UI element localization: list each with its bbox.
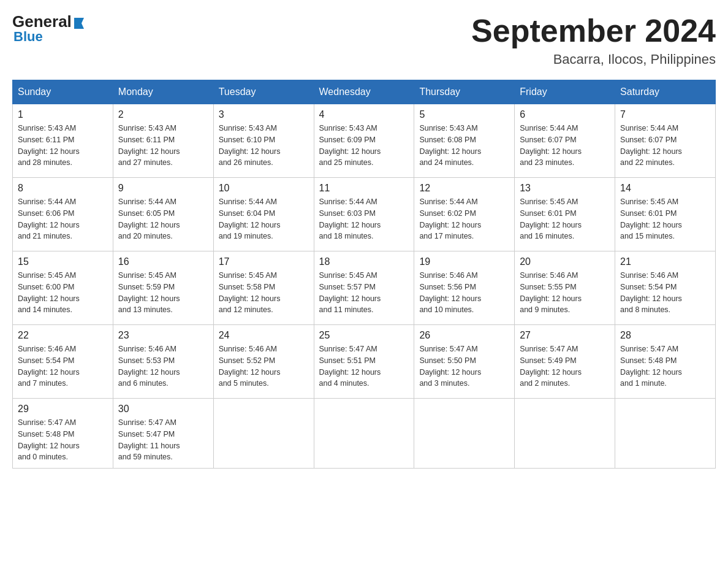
day-number: 16 [118, 256, 208, 267]
day-number: 7 [620, 109, 710, 120]
calendar-cell: 14Sunrise: 5:45 AM Sunset: 6:01 PM Dayli… [615, 178, 716, 251]
day-info: Sunrise: 5:47 AM Sunset: 5:47 PM Dayligh… [118, 417, 208, 463]
calendar-cell: 9Sunrise: 5:44 AM Sunset: 6:05 PM Daylig… [113, 178, 213, 251]
day-number: 12 [419, 183, 509, 194]
calendar-cell: 7Sunrise: 5:44 AM Sunset: 6:07 PM Daylig… [615, 104, 716, 178]
day-info: Sunrise: 5:44 AM Sunset: 6:06 PM Dayligh… [18, 196, 108, 242]
calendar-cell: 25Sunrise: 5:47 AM Sunset: 5:51 PM Dayli… [314, 325, 414, 399]
day-number: 29 [18, 404, 108, 415]
day-info: Sunrise: 5:46 AM Sunset: 5:54 PM Dayligh… [18, 343, 108, 389]
day-number: 21 [620, 256, 710, 267]
day-info: Sunrise: 5:43 AM Sunset: 6:08 PM Dayligh… [419, 123, 509, 169]
day-number: 24 [219, 330, 309, 341]
day-number: 17 [219, 256, 309, 267]
calendar-cell: 27Sunrise: 5:47 AM Sunset: 5:49 PM Dayli… [515, 325, 615, 399]
day-number: 9 [118, 183, 208, 194]
calendar-cell: 19Sunrise: 5:46 AM Sunset: 5:56 PM Dayli… [414, 251, 515, 325]
day-info: Sunrise: 5:44 AM Sunset: 6:07 PM Dayligh… [520, 123, 610, 169]
calendar-table: SundayMondayTuesdayWednesdayThursdayFrid… [12, 80, 716, 469]
weekday-header-thursday: Thursday [414, 80, 515, 104]
calendar-cell [213, 399, 314, 469]
day-number: 13 [520, 183, 610, 194]
day-info: Sunrise: 5:47 AM Sunset: 5:50 PM Dayligh… [419, 343, 509, 389]
day-info: Sunrise: 5:46 AM Sunset: 5:54 PM Dayligh… [620, 270, 710, 316]
day-info: Sunrise: 5:45 AM Sunset: 5:58 PM Dayligh… [219, 270, 309, 316]
weekday-header-tuesday: Tuesday [213, 80, 314, 104]
day-info: Sunrise: 5:43 AM Sunset: 6:11 PM Dayligh… [118, 123, 208, 169]
day-number: 22 [18, 330, 108, 341]
calendar-cell: 26Sunrise: 5:47 AM Sunset: 5:50 PM Dayli… [414, 325, 515, 399]
weekday-header-sunday: Sunday [13, 80, 113, 104]
day-info: Sunrise: 5:46 AM Sunset: 5:55 PM Dayligh… [520, 270, 610, 316]
day-info: Sunrise: 5:47 AM Sunset: 5:49 PM Dayligh… [520, 343, 610, 389]
day-info: Sunrise: 5:45 AM Sunset: 6:01 PM Dayligh… [520, 196, 610, 242]
day-number: 2 [118, 109, 208, 120]
weekday-header-wednesday: Wednesday [314, 80, 414, 104]
calendar-cell: 12Sunrise: 5:44 AM Sunset: 6:02 PM Dayli… [414, 178, 515, 251]
calendar-cell [615, 399, 716, 469]
day-number: 28 [620, 330, 710, 341]
calendar-cell: 13Sunrise: 5:45 AM Sunset: 6:01 PM Dayli… [515, 178, 615, 251]
day-number: 30 [118, 404, 208, 415]
calendar-cell: 15Sunrise: 5:45 AM Sunset: 6:00 PM Dayli… [13, 251, 113, 325]
logo-blue: Blue [12, 29, 86, 45]
day-number: 23 [118, 330, 208, 341]
day-info: Sunrise: 5:46 AM Sunset: 5:53 PM Dayligh… [118, 343, 208, 389]
logo-flag-icon [73, 17, 86, 30]
calendar-cell: 29Sunrise: 5:47 AM Sunset: 5:48 PM Dayli… [13, 399, 113, 469]
day-number: 27 [520, 330, 610, 341]
calendar-cell [414, 399, 515, 469]
calendar-cell: 3Sunrise: 5:43 AM Sunset: 6:10 PM Daylig… [213, 104, 314, 178]
day-number: 3 [219, 109, 309, 120]
calendar-cell: 5Sunrise: 5:43 AM Sunset: 6:08 PM Daylig… [414, 104, 515, 178]
calendar-row: 1Sunrise: 5:43 AM Sunset: 6:11 PM Daylig… [13, 104, 716, 178]
day-info: Sunrise: 5:46 AM Sunset: 5:52 PM Dayligh… [219, 343, 309, 389]
weekday-header-saturday: Saturday [615, 80, 716, 104]
day-info: Sunrise: 5:44 AM Sunset: 6:03 PM Dayligh… [319, 196, 409, 242]
calendar-cell: 10Sunrise: 5:44 AM Sunset: 6:04 PM Dayli… [213, 178, 314, 251]
day-number: 11 [319, 183, 409, 194]
day-number: 19 [419, 256, 509, 267]
day-info: Sunrise: 5:44 AM Sunset: 6:04 PM Dayligh… [219, 196, 309, 242]
calendar-cell: 24Sunrise: 5:46 AM Sunset: 5:52 PM Dayli… [213, 325, 314, 399]
calendar-cell: 4Sunrise: 5:43 AM Sunset: 6:09 PM Daylig… [314, 104, 414, 178]
calendar-cell: 20Sunrise: 5:46 AM Sunset: 5:55 PM Dayli… [515, 251, 615, 325]
day-info: Sunrise: 5:47 AM Sunset: 5:48 PM Dayligh… [620, 343, 710, 389]
calendar-row: 8Sunrise: 5:44 AM Sunset: 6:06 PM Daylig… [13, 178, 716, 251]
calendar-cell: 8Sunrise: 5:44 AM Sunset: 6:06 PM Daylig… [13, 178, 113, 251]
day-info: Sunrise: 5:45 AM Sunset: 5:57 PM Dayligh… [319, 270, 409, 316]
page-header: General Blue September 2024 Bacarra, Ilo… [12, 12, 716, 67]
calendar-cell: 22Sunrise: 5:46 AM Sunset: 5:54 PM Dayli… [13, 325, 113, 399]
calendar-cell: 6Sunrise: 5:44 AM Sunset: 6:07 PM Daylig… [515, 104, 615, 178]
day-info: Sunrise: 5:46 AM Sunset: 5:56 PM Dayligh… [419, 270, 509, 316]
day-number: 1 [18, 109, 108, 120]
day-info: Sunrise: 5:44 AM Sunset: 6:07 PM Dayligh… [620, 123, 710, 169]
title-area: September 2024 Bacarra, Ilocos, Philippi… [471, 12, 716, 67]
day-info: Sunrise: 5:45 AM Sunset: 6:01 PM Dayligh… [620, 196, 710, 242]
day-number: 26 [419, 330, 509, 341]
calendar-cell: 28Sunrise: 5:47 AM Sunset: 5:48 PM Dayli… [615, 325, 716, 399]
day-number: 14 [620, 183, 710, 194]
calendar-cell: 11Sunrise: 5:44 AM Sunset: 6:03 PM Dayli… [314, 178, 414, 251]
calendar-cell [314, 399, 414, 469]
calendar-header-row: SundayMondayTuesdayWednesdayThursdayFrid… [13, 80, 716, 104]
calendar-cell: 1Sunrise: 5:43 AM Sunset: 6:11 PM Daylig… [13, 104, 113, 178]
day-number: 15 [18, 256, 108, 267]
calendar-row: 29Sunrise: 5:47 AM Sunset: 5:48 PM Dayli… [13, 399, 716, 469]
calendar-row: 22Sunrise: 5:46 AM Sunset: 5:54 PM Dayli… [13, 325, 716, 399]
calendar-cell: 17Sunrise: 5:45 AM Sunset: 5:58 PM Dayli… [213, 251, 314, 325]
svg-marker-0 [74, 18, 84, 29]
day-number: 25 [319, 330, 409, 341]
day-number: 10 [219, 183, 309, 194]
logo: General Blue [12, 12, 86, 45]
day-number: 8 [18, 183, 108, 194]
day-info: Sunrise: 5:45 AM Sunset: 5:59 PM Dayligh… [118, 270, 208, 316]
day-info: Sunrise: 5:43 AM Sunset: 6:11 PM Dayligh… [18, 123, 108, 169]
calendar-cell: 16Sunrise: 5:45 AM Sunset: 5:59 PM Dayli… [113, 251, 213, 325]
day-info: Sunrise: 5:43 AM Sunset: 6:10 PM Dayligh… [219, 123, 309, 169]
day-info: Sunrise: 5:43 AM Sunset: 6:09 PM Dayligh… [319, 123, 409, 169]
day-info: Sunrise: 5:45 AM Sunset: 6:00 PM Dayligh… [18, 270, 108, 316]
day-number: 5 [419, 109, 509, 120]
calendar-subtitle: Bacarra, Ilocos, Philippines [471, 52, 716, 67]
day-number: 20 [520, 256, 610, 267]
